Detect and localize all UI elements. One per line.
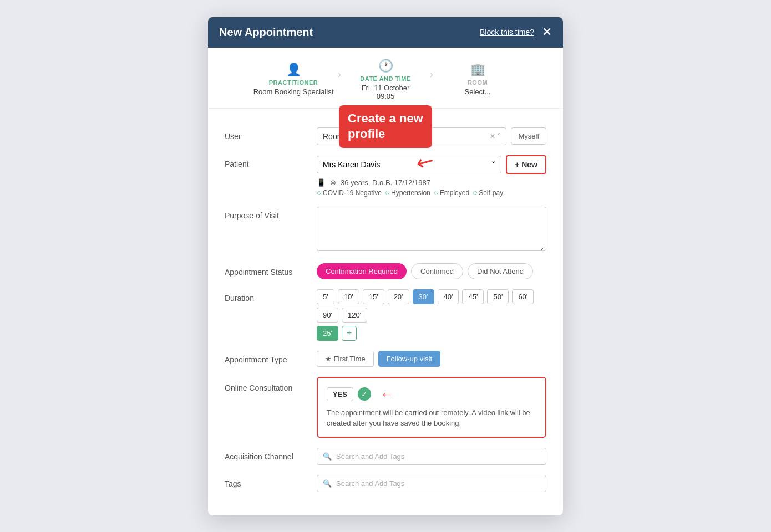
search-icon-acquisition: 🔍 <box>323 452 332 461</box>
appointment-status-row: Appointment Status Confirmation Required… <box>225 263 546 279</box>
type-follow-up[interactable]: Follow-up visit <box>378 351 440 367</box>
dur-add-button[interactable]: + <box>342 326 357 341</box>
patient-control: Create a newprofile ↙ Mrs Karen Davis ˅ … <box>317 155 546 197</box>
duration-control: 5' 10' 15' 20' 30' 40' 45' 50' 60' 90' 1… <box>317 289 546 341</box>
room-icon: 🏢 <box>470 63 485 77</box>
new-appointment-modal: New Appointment Block this time? ✕ 👤 PRA… <box>208 17 563 515</box>
block-time-link[interactable]: Block this time? <box>480 28 534 37</box>
wizard-step-room[interactable]: 🏢 ROOM Select... <box>433 63 522 96</box>
patient-tags: ◇ COVID-19 Negative ◇ Hypertension ◇ Emp… <box>317 189 546 197</box>
room-label: ROOM <box>468 79 488 86</box>
status-did-not-attend[interactable]: Did Not Attend <box>468 263 533 279</box>
acquisition-channel-control: 🔍 Search and Add Tags <box>317 448 546 465</box>
appointment-type-control: ★ First Time Follow-up visit <box>317 351 546 367</box>
tags-placeholder: Search and Add Tags <box>336 479 404 488</box>
patient-phone-icon: 📱 <box>317 178 326 187</box>
appointment-type-row: Appointment Type ★ First Time Follow-up … <box>225 351 546 367</box>
acquisition-channel-label: Acquisition Channel <box>225 448 308 461</box>
status-confirmed[interactable]: Confirmed <box>411 263 463 279</box>
wizard-steps: 👤 PRACTITIONER Room Booking Specialist ›… <box>208 48 563 106</box>
datetime-value: Fri, 11 October 09:05 <box>362 84 410 100</box>
datetime-label: DATE AND TIME <box>360 75 410 82</box>
modal-header-actions: Block this time? ✕ <box>480 26 552 38</box>
type-first-time[interactable]: ★ First Time <box>317 351 374 367</box>
dur-30[interactable]: 30' <box>413 289 434 304</box>
patient-label: Patient <box>225 155 308 168</box>
dur-60[interactable]: 60' <box>512 289 534 304</box>
modal-header: New Appointment Block this time? ✕ <box>208 17 563 48</box>
patient-age: 36 years, D.o.B. 17/12/1987 <box>341 178 430 187</box>
tag-covid: ◇ COVID-19 Negative <box>317 189 382 197</box>
annotation-bubble: Create a newprofile <box>339 105 432 148</box>
duration-label: Duration <box>225 289 308 303</box>
dur-15[interactable]: 15' <box>363 289 384 304</box>
myself-button[interactable]: Myself <box>511 127 546 145</box>
online-consultation-control: YES ✓ ← The appointment will be carried … <box>317 377 546 438</box>
patient-row: Patient Create a newprofile ↙ Mrs Karen … <box>225 155 546 197</box>
tag-icon-employed: ◇ <box>434 189 438 196</box>
wizard-step-datetime[interactable]: 🕐 DATE AND TIME Fri, 11 October 09:05 <box>341 59 430 100</box>
status-buttons: Confirmation Required Confirmed Did Not … <box>317 263 546 279</box>
tags-control: 🔍 Search and Add Tags <box>317 475 546 492</box>
dur-10[interactable]: 10' <box>338 289 359 304</box>
online-consultation-row: Online Consultation YES ✓ ← The appointm… <box>225 377 546 438</box>
purpose-control <box>317 207 546 253</box>
dur-120[interactable]: 120' <box>342 308 367 323</box>
purpose-input[interactable] <box>317 207 546 251</box>
patient-select-arrow: ˅ <box>491 160 495 169</box>
tag-icon-selfpay: ◇ <box>473 189 477 196</box>
appointment-status-control: Confirmation Required Confirmed Did Not … <box>317 263 546 279</box>
modal-title: New Appointment <box>219 26 313 39</box>
tags-label: Tags <box>225 475 308 488</box>
user-select-actions: ✕ ˅ <box>490 132 500 140</box>
dur-5[interactable]: 5' <box>317 289 334 304</box>
patient-select[interactable]: Mrs Karen Davis ˅ <box>317 156 501 173</box>
duration-row: Duration 5' 10' 15' 20' 30' 40' 45' 50' … <box>225 289 546 341</box>
annotation-arrow2: ← <box>380 386 394 403</box>
tag-icon-hypertension: ◇ <box>385 189 389 196</box>
acquisition-channel-row: Acquisition Channel 🔍 Search and Add Tag… <box>225 448 546 465</box>
duration-buttons: 5' 10' 15' 20' 30' 40' 45' 50' 60' 90' 1… <box>317 289 546 323</box>
user-label: User <box>225 127 308 141</box>
dur-50[interactable]: 50' <box>487 289 509 304</box>
dur-40[interactable]: 40' <box>438 289 459 304</box>
acquisition-placeholder: Search and Add Tags <box>336 452 404 461</box>
patient-gender-icon: ⊗ <box>330 178 336 187</box>
online-consultation-box: YES ✓ ← The appointment will be carried … <box>317 377 546 438</box>
appointment-type-buttons: ★ First Time Follow-up visit <box>317 351 546 367</box>
tags-input[interactable]: 🔍 Search and Add Tags <box>317 475 546 492</box>
wizard-step-practitioner[interactable]: 👤 PRACTITIONER Room Booking Specialist <box>249 63 338 96</box>
tag-employed: ◇ Employed <box>434 189 469 197</box>
online-check-icon[interactable]: ✓ <box>358 387 371 401</box>
search-icon-tags: 🔍 <box>323 479 332 488</box>
patient-select-text: Mrs Karen Davis <box>323 160 380 169</box>
appointment-type-label: Appointment Type <box>225 351 308 364</box>
dur-45[interactable]: 45' <box>462 289 484 304</box>
practitioner-label: PRACTITIONER <box>269 79 318 86</box>
form-body: User Room Booking . ✕ ˅ Myself Patient C… <box>208 119 563 515</box>
tags-row: Tags 🔍 Search and Add Tags <box>225 475 546 492</box>
appointment-status-label: Appointment Status <box>225 263 308 277</box>
dur-20[interactable]: 20' <box>388 289 409 304</box>
tag-hypertension: ◇ Hypertension <box>385 189 430 197</box>
dur-90[interactable]: 90' <box>317 308 338 323</box>
yes-label: YES <box>327 387 353 401</box>
new-patient-button[interactable]: + New <box>506 155 546 174</box>
close-button[interactable]: ✕ <box>542 26 552 38</box>
patient-info: 📱 ⊗ 36 years, D.o.B. 17/12/1987 ◇ COVID-… <box>317 178 546 197</box>
online-consultation-label: Online Consultation <box>225 377 308 392</box>
practitioner-value: Room Booking Specialist <box>253 88 334 96</box>
patient-select-wrap: Mrs Karen Davis ˅ + New <box>317 155 546 174</box>
status-confirmation-required[interactable]: Confirmation Required <box>317 263 407 279</box>
online-yes-toggle: YES ✓ ← <box>327 386 536 403</box>
room-value: Select... <box>465 88 491 96</box>
purpose-row: Purpose of Visit <box>225 207 546 253</box>
acquisition-channel-input[interactable]: 🔍 Search and Add Tags <box>317 448 546 465</box>
dur-25-custom[interactable]: 25' <box>317 326 338 341</box>
patient-info-row1: 📱 ⊗ 36 years, D.o.B. 17/12/1987 <box>317 178 546 187</box>
tag-icon-covid: ◇ <box>317 189 321 196</box>
online-consult-description: The appointment will be carried out remo… <box>327 407 536 429</box>
tag-selfpay: ◇ Self-pay <box>473 189 503 197</box>
practitioner-icon: 👤 <box>286 63 301 77</box>
purpose-label: Purpose of Visit <box>225 207 308 220</box>
